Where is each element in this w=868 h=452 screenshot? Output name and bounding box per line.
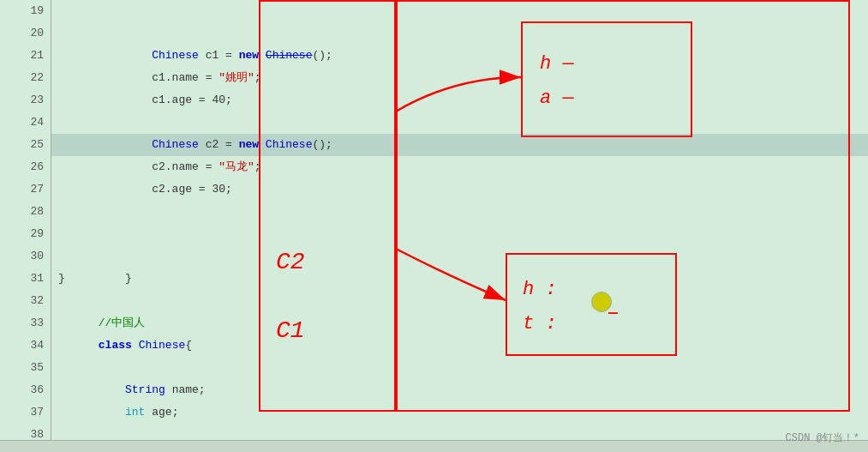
line-num: 35 (0, 357, 51, 379)
code-line-24: Chinese c2 = new Chinese(); (51, 111, 868, 134)
code-line-29 (51, 223, 868, 245)
code-line-20: Chinese c1 = new Chinese(); (51, 22, 868, 45)
scrollbar-bottom[interactable] (0, 440, 868, 452)
line-num: 27 (0, 178, 51, 201)
code-line-19 (51, 0, 868, 22)
code-area: Chinese c1 = new Chinese(); c1.name = "姚… (51, 0, 868, 452)
line-numbers: 19 20 21 22 23 24 25 26 27 28 29 30 31 3… (0, 0, 51, 452)
line-num: 29 (0, 223, 51, 245)
line-num: 20 (0, 22, 51, 45)
code-line-28 (51, 201, 868, 223)
line-num: 28 (0, 201, 51, 223)
code-line-31: } (51, 268, 868, 290)
line-num: 24 (0, 111, 51, 134)
line-num: 25 (0, 134, 51, 156)
line-num: 21 (0, 45, 51, 67)
line-num: 37 (0, 401, 51, 424)
editor-area: 19 20 21 22 23 24 25 26 27 28 29 30 31 3… (0, 0, 868, 452)
code-line-33: class Chinese{ (51, 312, 868, 334)
code-line-32: //中国人 (51, 290, 868, 312)
line-num: 34 (0, 334, 51, 357)
line-num: 33 (0, 312, 51, 334)
watermark: CSDN @钉当！* (786, 431, 859, 445)
line-num: 26 (0, 156, 51, 178)
line-num: 19 (0, 0, 51, 22)
line-num: 30 (0, 245, 51, 268)
line-num: 32 (0, 290, 51, 312)
line-num: 36 (0, 379, 51, 401)
line-num: 31 (0, 268, 51, 290)
code-line-35: String name; (51, 357, 868, 379)
line-num: 22 (0, 67, 51, 89)
code-line-30: } (51, 245, 868, 268)
line-num: 23 (0, 89, 51, 111)
